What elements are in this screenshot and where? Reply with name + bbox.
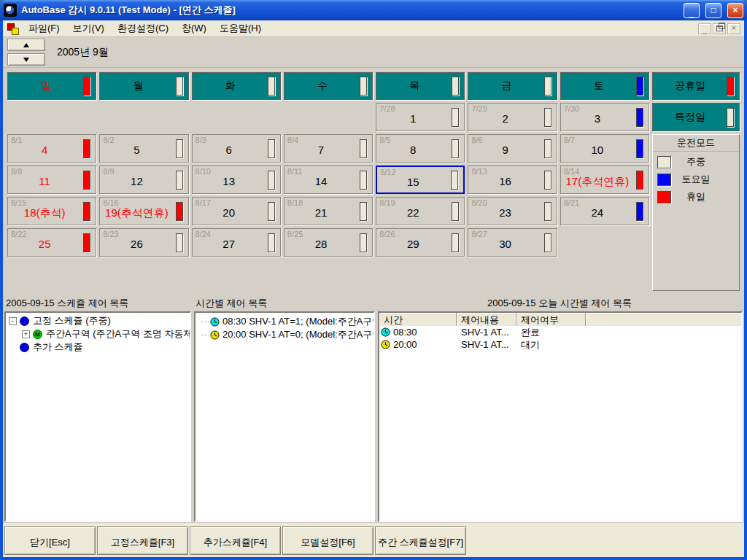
legend-item: 토요일 xyxy=(653,171,739,187)
fixed-schedule-button[interactable]: 고정스케쥴[F3] xyxy=(97,526,188,555)
minimize-button[interactable]: _ xyxy=(684,3,700,18)
holiday-legend-button[interactable]: 공휴일 xyxy=(652,72,740,100)
calendar-cell[interactable]: 8/1518(추석) xyxy=(7,197,96,225)
menu-bar: 파일(F)보기(V)환경설정(C)창(W)도움말(H) _ × xyxy=(3,20,744,37)
day-stripe xyxy=(83,139,90,158)
special-day-button-stripe xyxy=(727,108,734,127)
calendar-cell[interactable]: 8/1114 xyxy=(284,166,373,194)
menu-item-help[interactable]: 도움말(H) xyxy=(215,20,266,36)
calendar-cell[interactable]: 8/1821 xyxy=(284,197,373,225)
day-number: 12 xyxy=(100,175,173,187)
table-row[interactable]: 20:00SHV-1 AT...대기 xyxy=(379,338,741,351)
calendar-cell[interactable]: 8/14 xyxy=(7,134,96,163)
day-header-label: 수 xyxy=(317,79,328,93)
day-header-label: 목 xyxy=(409,79,419,93)
menu-item-view[interactable]: 보기(V) xyxy=(69,20,109,36)
day-stripe xyxy=(268,139,275,158)
close-button[interactable]: × xyxy=(727,3,743,18)
day-header: 화 xyxy=(192,72,281,100)
column-header-1[interactable]: 제어내용 xyxy=(457,313,516,326)
day-stripe xyxy=(544,202,551,221)
day-stripe xyxy=(360,77,367,96)
tree-item[interactable]: +M주간A구역 (주간A구역 조명 자동제어 xyxy=(6,327,190,341)
menu-item-file[interactable]: 파일(F) xyxy=(24,20,64,36)
menu-item-window[interactable]: 창(W) xyxy=(177,20,211,36)
holiday-legend-button-label: 공휴일 xyxy=(675,79,705,93)
calendar-cell[interactable]: 8/1316 xyxy=(468,166,557,194)
month-down-button[interactable] xyxy=(7,53,45,66)
calendar-cell[interactable]: 8/69 xyxy=(468,134,557,163)
calendar-cell[interactable]: 7/303 xyxy=(560,103,649,131)
calendar-cell[interactable]: 8/912 xyxy=(99,166,188,194)
calendar-cell[interactable]: 8/25 xyxy=(99,134,188,163)
close-button-esc[interactable]: 닫기[Esc] xyxy=(4,526,96,555)
calendar-cell[interactable]: 8/36 xyxy=(192,134,281,163)
expand-minus-icon[interactable]: - xyxy=(9,317,17,325)
add-schedule-button[interactable]: 추가스케쥴[F4] xyxy=(190,526,281,555)
calendar-cell[interactable]: 8/1417(추석연휴) xyxy=(560,166,649,194)
day-stripe xyxy=(360,202,367,221)
schedule-node-icon xyxy=(20,316,29,326)
weekly-schedule-settings-button[interactable]: 주간 스케쥴설정[F7] xyxy=(375,526,466,555)
month-up-button[interactable] xyxy=(7,39,45,51)
time-cell: 08:30 xyxy=(379,327,457,338)
tree-item[interactable]: 추가 스케쥴 xyxy=(6,341,190,354)
calendar-cell[interactable]: 8/2225 xyxy=(7,228,96,257)
calendar-cell[interactable]: 8/2730 xyxy=(468,228,557,257)
day-header-label: 월 xyxy=(133,79,143,93)
expand-plus-icon[interactable]: + xyxy=(22,330,30,338)
hourly-control-panel: 08:30 SHV-1 AT=1; (Model:주간A구역20:00 SHV-… xyxy=(194,311,375,522)
day-stripe xyxy=(83,202,90,221)
day-stripe xyxy=(176,77,183,96)
calendar-cell[interactable]: 7/292 xyxy=(468,103,557,131)
menu-item-settings[interactable]: 환경설정(C) xyxy=(113,20,173,36)
month-toolbar: 2005년 9월 xyxy=(3,37,744,68)
maximize-button[interactable]: □ xyxy=(705,3,721,18)
calendar-cell[interactable]: 8/2326 xyxy=(99,228,188,257)
calendar-cell[interactable]: 7/281 xyxy=(376,103,465,131)
calendar-cell[interactable]: 8/47 xyxy=(284,134,373,163)
calendar-cell[interactable]: 8/58 xyxy=(376,134,465,163)
day-number: 28 xyxy=(285,238,357,250)
calendar-cell[interactable]: 8/1720 xyxy=(192,197,281,225)
day-number: 22 xyxy=(376,206,449,219)
mode-legend-title: 운전모드 xyxy=(653,135,739,152)
calendar-cell[interactable]: 8/2528 xyxy=(284,228,373,257)
hourly-item[interactable]: 20:00 SHV-1 AT=0; (Model:주간A구역 xyxy=(196,328,374,341)
legend-swatch xyxy=(657,156,671,168)
mdi-child-icon xyxy=(7,23,18,34)
hourly-item[interactable]: 08:30 SHV-1 AT=1; (Model:주간A구역 xyxy=(196,315,374,328)
calendar-cell[interactable]: 8/2124 xyxy=(560,197,649,225)
day-header: 금 xyxy=(468,72,557,100)
day-stripe xyxy=(452,108,459,127)
calendar-grid: 운전모드 주중토요일휴일 일월화수목금토공휴일특정일7/2817/2927/30… xyxy=(3,68,744,295)
menu-items: 파일(F)보기(V)환경설정(C)창(W)도움말(H) xyxy=(24,20,270,36)
calendar-cell[interactable]: 8/1215 xyxy=(376,166,465,194)
table-row[interactable]: 08:30SHV-1 AT...완료 xyxy=(379,326,741,338)
calendar-cell[interactable]: 8/811 xyxy=(7,166,96,194)
mdi-close-button[interactable]: × xyxy=(727,23,740,34)
column-header-0[interactable]: 시간 xyxy=(379,313,457,326)
model-settings-button[interactable]: 모델설정[F6] xyxy=(282,526,374,555)
table-header: 시간제어내용제어여부 xyxy=(379,313,741,326)
today-control-panel: 시간제어내용제어여부 08:30SHV-1 AT...완료20:00SHV-1 … xyxy=(378,311,743,522)
mdi-minimize-button[interactable]: _ xyxy=(698,23,711,34)
window-title: AutoBase 감시 9.0.11 (Test Mode) - [연간 스케쥴… xyxy=(21,4,678,17)
day-number: 21 xyxy=(285,206,357,219)
special-day-button-label: 특정일 xyxy=(675,111,705,124)
column-header-2[interactable]: 제어여부 xyxy=(516,313,586,326)
mdi-restore-button[interactable] xyxy=(713,23,726,34)
day-number: 18(추석) xyxy=(8,206,81,220)
calendar-cell[interactable]: 8/710 xyxy=(560,134,649,163)
calendar-cell[interactable]: 8/2023 xyxy=(468,197,557,225)
hourly-item-label: 20:00 SHV-1 AT=0; (Model:주간A구역 xyxy=(222,328,374,341)
tree-connector xyxy=(201,322,209,322)
calendar-cell[interactable]: 8/2629 xyxy=(376,228,465,257)
tree-item[interactable]: -고정 스케쥴 (주중) xyxy=(6,314,190,327)
calendar-cell[interactable]: 8/2427 xyxy=(192,228,281,257)
calendar-cell[interactable]: 8/1922 xyxy=(376,197,465,225)
special-day-button[interactable]: 특정일 xyxy=(652,103,740,131)
calendar-cell[interactable]: 8/1013 xyxy=(192,166,281,194)
day-number: 11 xyxy=(8,175,81,187)
calendar-cell[interactable]: 8/1619(추석연휴) xyxy=(99,197,188,225)
